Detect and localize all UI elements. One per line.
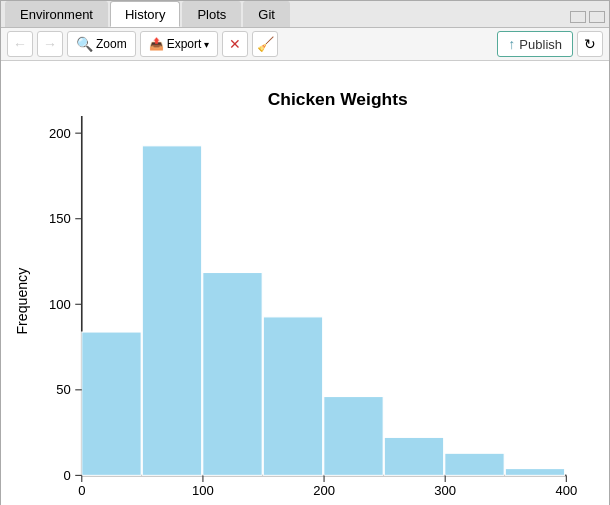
- y-label-4: 200: [49, 126, 71, 141]
- bar-1: [142, 146, 201, 476]
- y-label-0: 0: [64, 468, 71, 483]
- y-label-2: 100: [49, 297, 71, 312]
- y-label-1: 50: [56, 382, 71, 397]
- forward-button[interactable]: →: [37, 31, 63, 57]
- bar-0: [82, 332, 141, 475]
- tab-bar: Environment History Plots Git: [1, 1, 609, 28]
- x-label-3: 300: [434, 483, 456, 498]
- chart-svg: Chicken Weights Frequency Weight: [11, 71, 599, 505]
- tab-history[interactable]: History: [110, 1, 180, 27]
- chart-container: Chicken Weights Frequency Weight: [11, 71, 599, 505]
- clear-icon: ✕: [229, 36, 241, 52]
- maximize-btn[interactable]: [589, 11, 605, 23]
- y-label-3: 150: [49, 211, 71, 226]
- broom-button[interactable]: 🧹: [252, 31, 278, 57]
- zoom-icon: 🔍: [76, 36, 93, 52]
- tab-git[interactable]: Git: [243, 1, 290, 27]
- minimize-btn[interactable]: [570, 11, 586, 23]
- publish-button[interactable]: ↑ Publish: [497, 31, 573, 57]
- tab-environment[interactable]: Environment: [5, 1, 108, 27]
- bar-7: [505, 469, 564, 476]
- x-label-1: 100: [192, 483, 214, 498]
- export-icon: 📤: [149, 37, 164, 51]
- bar-2: [203, 272, 262, 475]
- bar-6: [445, 453, 504, 475]
- clear-button[interactable]: ✕: [222, 31, 248, 57]
- publish-icon: ↑: [508, 36, 515, 52]
- tab-plots[interactable]: Plots: [182, 1, 241, 27]
- bar-5: [384, 437, 443, 475]
- broom-icon: 🧹: [257, 36, 274, 52]
- plot-area: Chicken Weights Frequency Weight: [1, 61, 609, 505]
- y-axis-label: Frequency: [14, 267, 30, 335]
- main-window: Environment History Plots Git ← → 🔍 Zoom…: [0, 0, 610, 505]
- x-label-4: 400: [555, 483, 577, 498]
- x-label-0: 0: [78, 483, 85, 498]
- refresh-icon: ↻: [584, 36, 596, 52]
- x-label-2: 200: [313, 483, 335, 498]
- export-button[interactable]: 📤 Export ▾: [140, 31, 219, 57]
- refresh-button[interactable]: ↻: [577, 31, 603, 57]
- chart-title: Chicken Weights: [268, 89, 408, 109]
- toolbar: ← → 🔍 Zoom 📤 Export ▾ ✕ 🧹 ↑ Publish ↻: [1, 28, 609, 61]
- bar-4: [324, 397, 383, 476]
- bar-3: [263, 317, 322, 476]
- back-button[interactable]: ←: [7, 31, 33, 57]
- zoom-button[interactable]: 🔍 Zoom: [67, 31, 136, 57]
